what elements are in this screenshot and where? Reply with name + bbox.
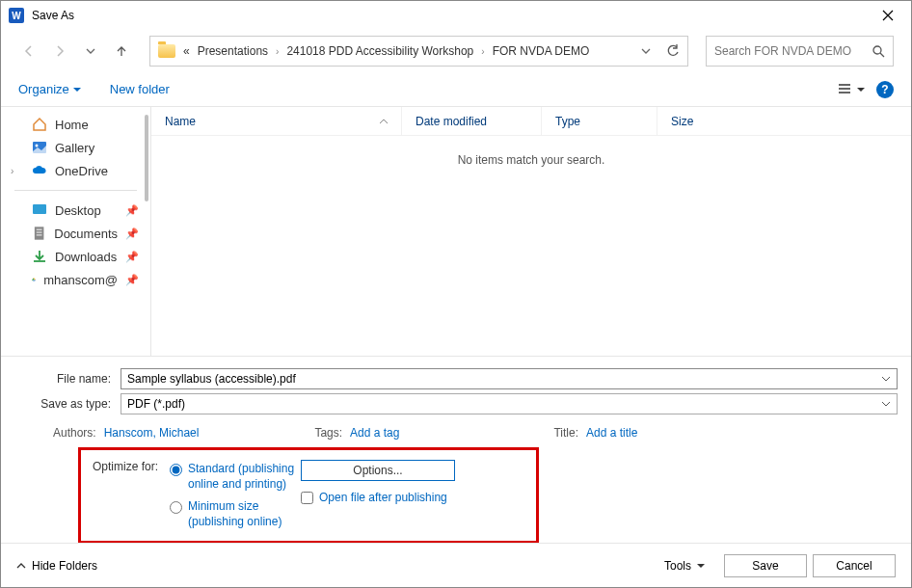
search-input[interactable]	[714, 44, 869, 58]
column-headers: Name Date modified Type Size	[151, 107, 911, 136]
hide-folders-toggle[interactable]: Hide Folders	[16, 559, 97, 573]
downloads-icon	[32, 249, 47, 264]
organize-menu[interactable]: Organize	[18, 82, 81, 96]
sidebar-item-documents[interactable]: Documents 📌	[1, 222, 150, 245]
column-size[interactable]: Size	[657, 107, 754, 135]
sidebar-item-onedrive[interactable]: › OneDrive	[1, 159, 150, 182]
sidebar-label: Home	[55, 118, 89, 132]
arrow-right-icon	[53, 44, 67, 58]
desktop-icon	[32, 202, 47, 218]
breadcrumb-segment[interactable]: Presentations	[198, 44, 268, 58]
chevron-down-icon[interactable]	[881, 374, 891, 384]
breadcrumb-segment[interactable]: 241018 PDD Accessibility Workshop	[286, 44, 473, 58]
pin-icon: 📌	[125, 251, 139, 263]
column-date[interactable]: Date modified	[402, 107, 542, 135]
sidebar-label: Gallery	[55, 141, 94, 155]
checkbox-label: Open file after publishing	[319, 491, 447, 504]
cancel-button[interactable]: Cancel	[813, 554, 896, 577]
filename-input[interactable]: Sample syllabus (accessible).pdf	[121, 368, 898, 389]
radio-label: Minimum size (publishing online)	[188, 499, 301, 529]
authors-meta[interactable]: Authors: Hanscom, Michael	[53, 426, 199, 440]
gallery-icon	[32, 140, 47, 155]
tags-label: Tags:	[314, 426, 342, 440]
sidebar-item-home[interactable]: Home	[1, 113, 150, 136]
column-name[interactable]: Name	[151, 107, 402, 135]
cloud-icon	[32, 163, 47, 178]
savetype-select[interactable]: PDF (*.pdf)	[121, 393, 898, 414]
column-label: Size	[671, 115, 693, 128]
chevron-down-icon[interactable]	[881, 399, 891, 409]
title-meta[interactable]: Title: Add a title	[553, 426, 637, 440]
filename-label: File name:	[14, 372, 121, 386]
tags-value[interactable]: Add a tag	[350, 426, 399, 440]
recent-dropdown[interactable]	[80, 40, 101, 62]
optimize-minimum-radio[interactable]: Minimum size (publishing online)	[170, 499, 301, 529]
svg-rect-3	[33, 204, 46, 214]
chevron-right-icon: ›	[481, 46, 484, 57]
sort-asc-icon	[380, 118, 388, 125]
sidebar-label: Documents	[54, 227, 118, 241]
hide-folders-label: Hide Folders	[32, 559, 97, 573]
sidebar-item-desktop[interactable]: Desktop 📌	[1, 199, 150, 222]
column-label: Date modified	[416, 115, 487, 128]
filename-value: Sample syllabus (accessible).pdf	[127, 372, 296, 386]
svg-rect-4	[35, 227, 44, 239]
radio-input[interactable]	[170, 464, 182, 476]
chevron-right-icon: ›	[276, 46, 279, 57]
window-title: Save As	[32, 9, 872, 22]
breadcrumb-ellipsis: «	[183, 44, 190, 58]
sidebar-label: Downloads	[55, 250, 117, 264]
list-view-icon	[839, 84, 854, 95]
view-menu[interactable]	[839, 84, 865, 95]
save-button[interactable]: Save	[724, 554, 807, 577]
open-after-checkbox[interactable]: Open file after publishing	[301, 491, 524, 504]
breadcrumb-segment[interactable]: FOR NVDA DEMO	[493, 44, 590, 58]
search-box[interactable]	[706, 36, 894, 67]
optimize-standard-radio[interactable]: Standard (publishing online and printing…	[170, 462, 301, 492]
title-value[interactable]: Add a title	[586, 426, 637, 440]
svg-point-2	[36, 145, 39, 147]
column-label: Type	[555, 115, 580, 128]
authors-label: Authors:	[53, 426, 96, 440]
scrollbar-thumb[interactable]	[145, 115, 148, 201]
help-button[interactable]: ?	[876, 81, 894, 98]
pin-icon: 📌	[125, 274, 139, 286]
sidebar-label: Desktop	[55, 203, 101, 218]
column-type[interactable]: Type	[542, 107, 657, 135]
pin-icon: 📌	[125, 204, 139, 217]
refresh-button[interactable]	[666, 44, 680, 58]
sidebar-item-gdrive[interactable]: mhanscom@ 📌	[1, 268, 150, 291]
expand-caret-icon[interactable]: ›	[11, 166, 13, 176]
new-folder-button[interactable]: New folder	[110, 82, 170, 96]
up-button[interactable]	[111, 40, 132, 62]
tags-meta[interactable]: Tags: Add a tag	[314, 426, 399, 440]
tools-menu[interactable]: Tools	[664, 559, 705, 573]
word-app-icon: W	[9, 8, 24, 23]
organize-label: Organize	[18, 82, 69, 96]
main-area: Home Gallery › OneDrive Desktop 📌 Docume…	[1, 107, 911, 356]
chevron-down-icon	[641, 46, 651, 56]
address-dropdown[interactable]	[641, 46, 651, 56]
caret-down-icon	[73, 86, 81, 94]
options-button[interactable]: Options...	[301, 460, 455, 481]
optimize-highlight: Optimize for: Standard (publishing onlin…	[78, 447, 539, 544]
address-bar[interactable]: « Presentations › 241018 PDD Accessibili…	[149, 36, 688, 67]
authors-value[interactable]: Hanscom, Michael	[104, 426, 200, 440]
radio-input[interactable]	[170, 501, 182, 514]
optimize-label: Optimize for:	[93, 460, 158, 473]
forward-button[interactable]	[49, 40, 70, 62]
sidebar-divider	[14, 190, 137, 191]
sidebar-item-gallery[interactable]: Gallery	[1, 136, 150, 159]
close-icon	[882, 10, 894, 21]
documents-icon	[32, 226, 46, 241]
navigation-toolbar: « Presentations › 241018 PDD Accessibili…	[1, 30, 911, 72]
close-button[interactable]	[872, 6, 903, 25]
home-icon	[32, 117, 47, 132]
sidebar-label: mhanscom@	[43, 273, 118, 287]
checkbox-input[interactable]	[301, 492, 313, 504]
back-button[interactable]	[18, 40, 40, 62]
navigation-sidebar: Home Gallery › OneDrive Desktop 📌 Docume…	[1, 107, 151, 356]
dialog-footer: Hide Folders Tools Save Cancel	[1, 543, 911, 587]
sidebar-item-downloads[interactable]: Downloads 📌	[1, 245, 150, 268]
search-icon	[872, 45, 885, 58]
